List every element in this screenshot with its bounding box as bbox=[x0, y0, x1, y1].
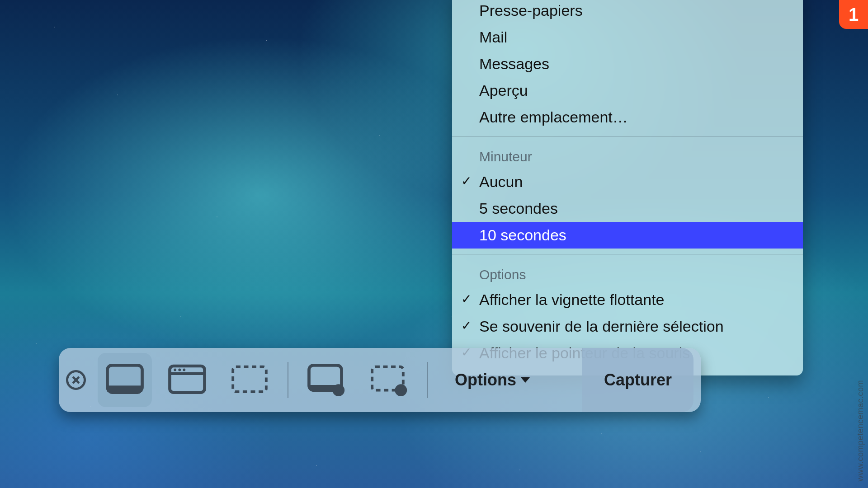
menu-item-preview[interactable]: Aperçu bbox=[452, 77, 803, 104]
screen-icon bbox=[106, 364, 144, 396]
menu-item-clipboard[interactable]: Presse-papiers bbox=[452, 0, 803, 24]
capture-window-button[interactable] bbox=[160, 353, 214, 407]
selection-icon bbox=[231, 364, 269, 396]
menu-divider bbox=[452, 254, 803, 254]
screen-record-icon bbox=[307, 364, 345, 396]
record-selection-button[interactable] bbox=[362, 353, 416, 407]
checkmark-icon: ✓ bbox=[461, 289, 472, 308]
close-icon[interactable] bbox=[66, 370, 86, 390]
options-dropdown-menu: Presse-papiers Mail Messages Aperçu Autr… bbox=[452, 0, 803, 375]
options-button[interactable]: Options bbox=[439, 348, 546, 412]
toolbar-separator bbox=[288, 362, 288, 398]
menu-item-label: Se souvenir de la dernière sélection bbox=[479, 318, 724, 335]
capture-button[interactable]: Capturer bbox=[582, 348, 693, 412]
menu-item-messages[interactable]: Messages bbox=[452, 51, 803, 77]
menu-item-remember-selection[interactable]: ✓ Se souvenir de la dernière sélection bbox=[452, 313, 803, 340]
menu-header-options: Options bbox=[452, 260, 803, 286]
capture-entire-screen-button[interactable] bbox=[98, 353, 152, 407]
screenshot-toolbar: Options Capturer bbox=[59, 348, 701, 412]
menu-item-timer-none[interactable]: ✓ Aucun bbox=[452, 169, 803, 195]
menu-item-mail[interactable]: Mail bbox=[452, 24, 803, 51]
menu-item-timer-5s[interactable]: 5 secondes bbox=[452, 195, 803, 222]
chevron-down-icon bbox=[521, 377, 530, 383]
menu-divider bbox=[452, 136, 803, 136]
record-entire-screen-button[interactable] bbox=[299, 353, 354, 407]
menu-header-timer: Minuteur bbox=[452, 142, 803, 169]
svg-point-10 bbox=[332, 384, 344, 396]
svg-point-7 bbox=[183, 368, 185, 371]
checkmark-icon: ✓ bbox=[461, 316, 472, 335]
selection-record-icon bbox=[370, 364, 408, 396]
toolbar-separator bbox=[427, 362, 428, 398]
options-button-label: Options bbox=[455, 371, 516, 389]
svg-point-5 bbox=[174, 368, 176, 371]
watermark-text: www.competencemac.com bbox=[856, 380, 865, 482]
capture-button-label: Capturer bbox=[604, 371, 672, 389]
capture-selection-button[interactable] bbox=[222, 353, 277, 407]
svg-point-12 bbox=[395, 384, 407, 396]
menu-item-label: Aucun bbox=[479, 173, 523, 190]
menu-item-show-thumbnail[interactable]: ✓ Afficher la vignette flottante bbox=[452, 286, 803, 313]
menu-item-timer-10s[interactable]: 10 secondes bbox=[452, 222, 803, 249]
svg-rect-8 bbox=[233, 367, 266, 392]
menu-item-other-location[interactable]: Autre emplacement… bbox=[452, 104, 803, 131]
checkmark-icon: ✓ bbox=[461, 171, 472, 190]
menu-item-label: Afficher la vignette flottante bbox=[479, 291, 665, 308]
svg-point-6 bbox=[178, 368, 181, 371]
window-icon bbox=[168, 364, 206, 396]
corner-number-badge: 1 bbox=[839, 0, 868, 29]
